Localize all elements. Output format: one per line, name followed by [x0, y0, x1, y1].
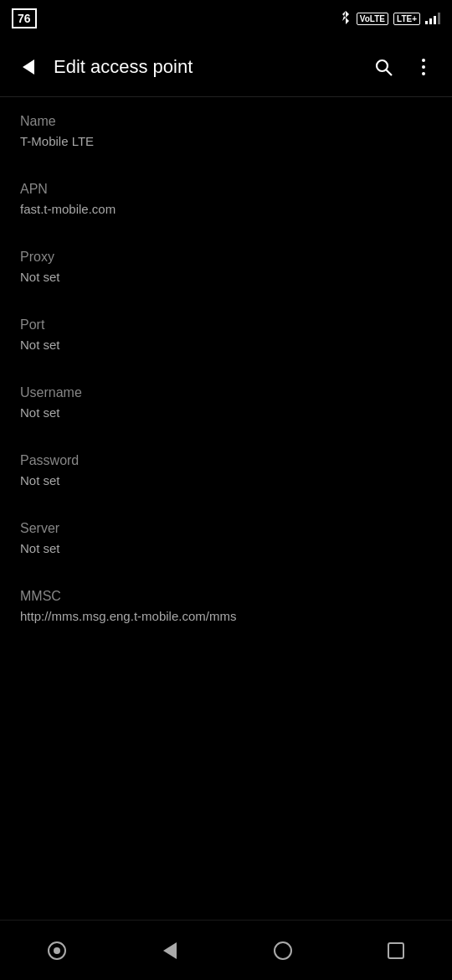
- status-bar: 76 VoLTE LTE+: [0, 0, 452, 37]
- search-icon: [373, 57, 393, 77]
- field-proxy[interactable]: Proxy Not set: [0, 233, 452, 301]
- volte-badge: VoLTE: [357, 13, 388, 25]
- field-apn-value: fast.t-mobile.com: [20, 202, 432, 216]
- field-password-label: Password: [20, 453, 432, 468]
- field-username[interactable]: Username Not set: [0, 369, 452, 436]
- field-password[interactable]: Password Not set: [0, 436, 452, 504]
- field-proxy-value: Not set: [20, 270, 432, 284]
- page-title: Edit access point: [54, 56, 365, 78]
- ltep-badge: LTE+: [393, 13, 420, 25]
- field-proxy-label: Proxy: [20, 250, 432, 265]
- field-apn[interactable]: APN fast.t-mobile.com: [0, 165, 452, 233]
- app-bar: Edit access point: [0, 37, 452, 97]
- more-options-button[interactable]: [405, 49, 442, 85]
- home-icon: [274, 941, 292, 960]
- back-nav-icon: [163, 942, 177, 959]
- field-apn-label: APN: [20, 182, 432, 197]
- field-username-label: Username: [20, 385, 432, 400]
- search-button[interactable]: [365, 49, 402, 85]
- app-bar-actions: [365, 49, 442, 85]
- field-port[interactable]: Port Not set: [0, 301, 452, 369]
- status-clock: 76: [12, 8, 37, 28]
- bluetooth-icon: [340, 11, 352, 27]
- more-options-icon: [422, 59, 425, 75]
- field-mmsc[interactable]: MMSC http://mms.msg.eng.t-mobile.com/mms: [0, 572, 452, 640]
- nav-bar: [0, 920, 452, 980]
- field-port-label: Port: [20, 317, 432, 333]
- field-name-value: T-Mobile LTE: [20, 134, 432, 148]
- field-name[interactable]: Name T-Mobile LTE: [0, 97, 452, 165]
- back-arrow-icon: [23, 59, 34, 75]
- field-server-value: Not set: [20, 541, 432, 555]
- field-name-label: Name: [20, 114, 432, 129]
- signal-icon: [425, 13, 440, 24]
- field-mmsc-value: http://mms.msg.eng.t-mobile.com/mms: [20, 609, 432, 623]
- field-password-value: Not set: [20, 473, 432, 487]
- field-username-value: Not set: [20, 405, 432, 420]
- status-bar-right: VoLTE LTE+: [340, 11, 440, 27]
- field-server[interactable]: Server Not set: [0, 504, 452, 572]
- svg-point-0: [377, 60, 388, 71]
- nav-back-button[interactable]: [145, 926, 195, 976]
- recent-apps-icon: [48, 941, 66, 960]
- svg-line-1: [387, 70, 393, 75]
- field-server-label: Server: [20, 521, 432, 536]
- nav-recent-apps-button[interactable]: [32, 926, 82, 976]
- content-area: Name T-Mobile LTE APN fast.t-mobile.com …: [0, 97, 452, 640]
- field-mmsc-label: MMSC: [20, 589, 432, 604]
- field-port-value: Not set: [20, 338, 432, 352]
- overview-icon: [388, 942, 404, 959]
- status-bar-left: 76: [12, 8, 37, 28]
- nav-home-button[interactable]: [258, 926, 308, 976]
- back-button[interactable]: [10, 49, 47, 85]
- nav-overview-button[interactable]: [371, 926, 421, 976]
